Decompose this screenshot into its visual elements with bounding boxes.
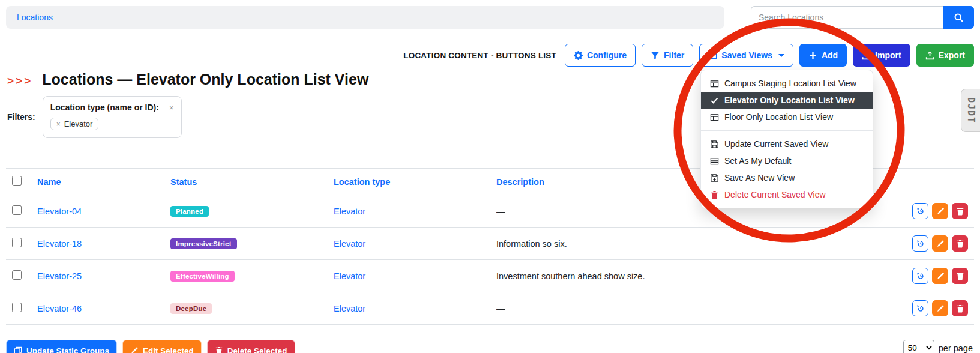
breadcrumb-link-locations[interactable]: Locations [17,13,53,22]
menu-item-update-saved-view[interactable]: Update Current Saved View [701,136,873,152]
history-button[interactable] [912,203,928,219]
sort-description-header[interactable]: Description [496,177,544,187]
row-actions [908,203,968,219]
delete-button[interactable] [952,268,968,284]
per-page-label: per page [939,343,973,353]
edit-button[interactable] [932,300,948,316]
export-label: Export [939,50,965,60]
trash-icon [956,304,964,313]
delete-selected-button[interactable]: Delete Selected [207,340,295,353]
edit-button[interactable] [932,235,948,252]
edit-button[interactable] [932,268,948,284]
debug-toolbar-label: DJDT [966,97,976,124]
saved-views-label: Saved Views [721,50,772,60]
pencil-icon [936,240,945,248]
row-actions [908,268,968,284]
location-name-link[interactable]: Elevator-18 [37,239,82,249]
search-group [751,6,974,29]
sort-location-type-header[interactable]: Location type [334,177,390,187]
per-page-select[interactable]: 50 [903,340,934,353]
menu-item-floor-only-view[interactable]: Floor Only Location List View [701,109,873,125]
row-checkbox[interactable] [12,303,22,312]
menu-item-label: Floor Only Location List View [724,112,833,122]
location-name-link[interactable]: Elevator-25 [37,271,82,281]
description-text: — [496,304,505,313]
import-icon [862,51,871,60]
menu-item-elevator-only-view[interactable]: Elevator Only Location List View [701,92,873,109]
export-icon [925,51,934,60]
check-icon [710,96,719,105]
description-text: Information so six. [496,239,567,249]
search-input[interactable] [751,6,943,29]
table-row: Elevator-46 DeepDue Elevator — [6,292,974,325]
table-row: Elevator-25 EffectiveWilling Elevator In… [6,260,974,292]
table-icon [708,51,717,60]
trash-icon [710,190,719,199]
table-icon [710,79,719,88]
delete-button[interactable] [952,203,968,219]
location-type-link[interactable]: Elevator [334,271,365,281]
export-button[interactable]: Export [916,44,974,67]
trash-icon [956,207,964,216]
actions-toolbar: LOCATION CONTENT - BUTTONS LIST Configur… [0,29,980,67]
chevron-down-icon [778,54,784,57]
row-actions [908,235,968,252]
delete-button[interactable] [952,300,968,316]
location-name-link[interactable]: Elevator-04 [37,207,82,216]
table-row: Elevator-18 ImpressiveStrict Elevator In… [6,228,974,260]
search-icon [954,13,964,23]
pencil-icon [936,304,945,313]
history-button[interactable] [912,300,928,316]
row-actions [908,300,968,316]
location-type-link[interactable]: Elevator [334,304,365,313]
page-title: Locations — Elevator Only Location List … [42,71,368,88]
delete-button[interactable] [952,235,968,252]
update-static-groups-button[interactable]: Update Static Groups [6,340,117,353]
select-all-checkbox[interactable] [12,176,22,186]
import-button[interactable]: Import [853,44,910,67]
edit-selected-label: Edit Selected [143,346,194,353]
location-type-link[interactable]: Elevator [334,207,365,216]
status-badge: EffectiveWilling [170,271,235,282]
trash-icon [956,240,964,248]
add-label: Add [822,50,838,60]
plus-icon [808,51,817,60]
pencil-icon [936,272,945,280]
import-label: Import [875,50,901,60]
menu-item-label: Update Current Saved View [724,139,828,149]
configure-label: Configure [587,50,627,60]
menu-item-delete-saved-view[interactable]: Delete Current Saved View [701,186,873,203]
filter-button[interactable]: Filter [642,44,693,67]
search-button[interactable] [943,6,974,29]
location-name-link[interactable]: Elevator-46 [37,304,82,313]
title-chevrons: >>> [7,74,32,88]
breadcrumb: Locations [6,6,724,29]
history-button[interactable] [912,268,928,284]
toolbar-context-label: LOCATION CONTENT - BUTTONS LIST [403,51,556,60]
remove-filter-group-icon[interactable]: × [169,103,174,112]
row-checkbox[interactable] [12,270,22,280]
menu-item-campus-staging-view[interactable]: Campus Staging Location List View [701,75,873,92]
menu-item-label: Elevator Only Location List View [724,95,855,105]
debug-toolbar-handle[interactable]: DJDT [961,89,980,132]
remove-tag-icon[interactable]: × [56,120,61,128]
edit-selected-button[interactable]: Edit Selected [122,340,202,353]
configure-button[interactable]: Configure [565,44,636,67]
add-button[interactable]: Add [799,44,847,67]
history-button[interactable] [912,235,928,252]
location-type-link[interactable]: Elevator [334,239,365,249]
menu-item-save-as-new[interactable]: Save As New View [701,169,873,186]
saved-views-button[interactable]: Saved Views [699,44,793,67]
gear-icon [574,51,583,60]
edit-button[interactable] [932,203,948,219]
menu-item-label: Campus Staging Location List View [724,79,856,88]
menu-item-set-default[interactable]: Set As My Default [701,152,873,169]
sort-status-header[interactable]: Status [170,177,197,187]
status-badge: DeepDue [170,303,212,314]
row-checkbox[interactable] [12,238,22,247]
pagination: 50 per page Showing 1-4 of 4 [903,340,973,353]
row-checkbox[interactable] [12,205,22,215]
save-icon [710,140,719,149]
history-icon [916,207,925,216]
sort-name-header[interactable]: Name [37,177,61,187]
